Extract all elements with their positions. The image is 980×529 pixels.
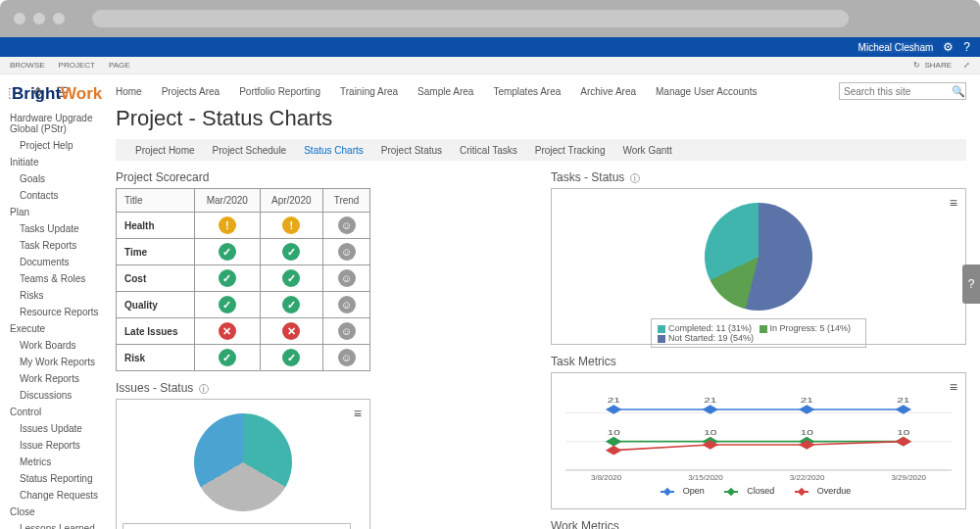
scorecard-table: TitleMar/2020Apr/2020Trend Health!!☺Time… [116, 188, 370, 371]
status-neutral-icon: ☺ [338, 322, 356, 340]
global-nav: HomeProjects AreaPortfolio ReportingTrai… [116, 78, 966, 104]
status-err-icon: ✕ [219, 322, 236, 340]
global-nav-item[interactable]: Sample Area [417, 86, 473, 97]
sidebar-section[interactable]: Execute [6, 320, 100, 337]
status-ok-icon: ✓ [219, 349, 236, 366]
global-nav-item[interactable]: Portfolio Reporting [239, 86, 320, 97]
global-nav-item[interactable]: Projects Area [162, 86, 220, 97]
top-bar: BROWSE PROJECT PAGE ↻ SHARE ⤢ [0, 57, 980, 74]
search-input[interactable] [840, 86, 948, 97]
info-icon[interactable]: i [630, 173, 640, 183]
chart-menu-icon[interactable]: ≡ [354, 406, 362, 421]
status-ok-icon: ✓ [219, 296, 236, 313]
task-metrics-legend: Open Closed Overdue [558, 486, 959, 496]
sidebar-item[interactable]: Teams & Roles [6, 270, 100, 287]
sidebar-item[interactable]: Status Reporting [6, 470, 100, 487]
focus-icon[interactable]: ⤢ [963, 61, 970, 70]
content-area: HomeProjects AreaPortfolio ReportingTrai… [106, 74, 980, 529]
topbar-project[interactable]: PROJECT [59, 61, 95, 70]
sidebar-item[interactable]: Change Requests [6, 487, 100, 504]
sidebar-item[interactable]: Discussions [6, 387, 100, 404]
sidebar-section[interactable]: Control [6, 404, 100, 420]
window-dot [53, 13, 65, 24]
sidebar-project-title[interactable]: Hardware Upgrade Global (PStr) [6, 110, 100, 137]
chart-menu-icon[interactable]: ≡ [950, 195, 957, 211]
search-icon[interactable]: 🔍 [948, 85, 969, 98]
task-metrics-title: Task Metrics [551, 355, 966, 368]
issues-pie [194, 413, 292, 511]
status-ok-icon: ✓ [282, 269, 300, 287]
status-warn-icon: ! [219, 216, 236, 234]
status-neutral-icon: ☺ [338, 243, 356, 261]
status-neutral-icon: ☺ [338, 296, 356, 313]
logo[interactable]: BrightWork [12, 84, 102, 104]
window-dot [33, 13, 45, 24]
svg-text:10: 10 [801, 429, 813, 437]
sidebar-section[interactable]: Initiate [6, 154, 100, 170]
global-nav-item[interactable]: Home [116, 86, 142, 97]
tab-item[interactable]: Project Schedule [213, 145, 287, 156]
user-name[interactable]: Micheal Clesham [858, 42, 934, 53]
status-neutral-icon: ☺ [338, 349, 356, 366]
status-neutral-icon: ☺ [338, 269, 356, 287]
sidebar-item[interactable]: Issues Update [6, 420, 100, 437]
sidebar-item[interactable]: Documents [6, 254, 100, 270]
search-box: 🔍 [839, 82, 966, 100]
sidebar-item[interactable]: Work Boards [6, 337, 100, 354]
tasks-pie [705, 203, 812, 311]
sidebar-item[interactable]: Issue Reports [6, 437, 100, 454]
tab-item[interactable]: Work Gantt [622, 145, 671, 156]
share-icon: ↻ [913, 61, 920, 70]
issues-legend: (2) In Progress: 1 (33%) (3) Completed: … [122, 523, 351, 529]
sidebar-item[interactable]: Lessons Learned [6, 520, 100, 529]
status-err-icon: ✕ [282, 322, 300, 340]
global-nav-item[interactable]: Manage User Accounts [656, 86, 757, 97]
svg-text:21: 21 [608, 397, 620, 405]
browser-chrome [0, 0, 980, 37]
status-ok-icon: ✓ [282, 296, 300, 313]
tasks-legend: Completed: 11 (31%) In Progress: 5 (14%)… [651, 318, 866, 348]
svg-text:10: 10 [704, 429, 716, 437]
work-metrics-title: Work Metrics [551, 519, 966, 529]
sidebar-section[interactable]: Close [6, 504, 100, 520]
gear-icon[interactable]: ⚙ [943, 40, 954, 54]
sidebar-item[interactable]: Resource Reports [6, 304, 100, 320]
sidebar-item[interactable]: Tasks Update [6, 220, 100, 237]
sidebar-item[interactable]: Contacts [6, 187, 100, 204]
tab-item[interactable]: Project Tracking [535, 145, 606, 156]
topbar-browse[interactable]: BROWSE [10, 61, 45, 70]
status-warn-icon: ! [282, 216, 300, 234]
url-bar[interactable] [92, 10, 849, 27]
share-link[interactable]: ↻ SHARE ⤢ [913, 61, 970, 70]
tasks-status-title: Tasks - Status [551, 170, 624, 184]
scorecard-row: Health!!☺ [117, 213, 370, 239]
global-nav-item[interactable]: Training Area [340, 86, 398, 97]
tab-item[interactable]: Critical Tasks [460, 145, 517, 156]
global-nav-item[interactable]: Templates Area [493, 86, 561, 97]
topbar-page[interactable]: PAGE [109, 61, 130, 70]
svg-rect-26 [895, 437, 911, 447]
help-side-tab[interactable]: ? [962, 264, 980, 304]
sidebar-item[interactable]: My Work Reports [6, 354, 100, 370]
sidebar-item[interactable]: Risks [6, 287, 100, 304]
status-neutral-icon: ☺ [338, 216, 356, 234]
tab-item[interactable]: Project Home [135, 145, 195, 156]
issues-status-chart: ≡ (2) In Progress: 1 (33%) (3) Completed… [116, 399, 370, 529]
left-nav: ⬚ ✥ ☰ Hardware Upgrade Global (PStr) Pro… [0, 74, 106, 529]
sidebar-item[interactable]: Project Help [6, 137, 100, 154]
scorecard-row: Late Issues✕✕☺ [117, 318, 370, 345]
svg-text:21: 21 [801, 397, 813, 405]
global-nav-item[interactable]: Archive Area [580, 86, 636, 97]
sidebar-item[interactable]: Work Reports [6, 370, 100, 387]
help-icon[interactable]: ? [963, 40, 970, 54]
sidebar-item[interactable]: Metrics [6, 454, 100, 470]
sidebar-item[interactable]: Goals [6, 170, 100, 187]
svg-text:10: 10 [608, 429, 620, 437]
info-icon[interactable]: i [199, 384, 209, 394]
sidebar-section[interactable]: Plan [6, 204, 100, 220]
sidebar-item[interactable]: Task Reports [6, 237, 100, 254]
svg-text:21: 21 [704, 397, 716, 405]
tab-item[interactable]: Project Status [381, 145, 442, 156]
tab-item[interactable]: Status Charts [304, 145, 364, 156]
status-ok-icon: ✓ [219, 243, 236, 261]
